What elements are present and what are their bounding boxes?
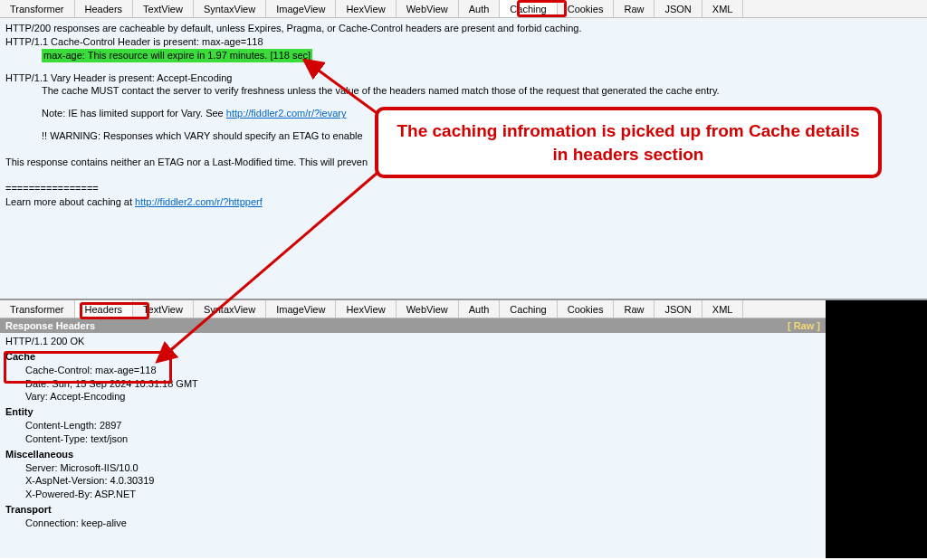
hdr-date: Date: Sun, 15 Sep 2024 10:31:18 GMT <box>5 377 820 391</box>
top-tab-bar: Transformer Headers TextView SyntaxView … <box>0 0 927 18</box>
hdr-connection: Connection: keep-alive <box>5 517 820 530</box>
tab-raw[interactable]: Raw <box>614 0 655 17</box>
hdr-content-length: Content-Length: 2897 <box>5 419 820 432</box>
tab2-cookies[interactable]: Cookies <box>558 300 615 318</box>
caching-divider: ================ <box>5 182 922 195</box>
tab2-auth[interactable]: Auth <box>459 300 501 318</box>
caching-green-highlight: max-age: This resource will expire in 1.… <box>42 49 312 62</box>
tab2-webview[interactable]: WebView <box>397 300 459 318</box>
tab-json[interactable]: JSON <box>655 0 702 17</box>
tab-syntaxview[interactable]: SyntaxView <box>194 0 266 17</box>
link-ievary[interactable]: http://fiddler2.com/r/?ievary <box>226 108 347 119</box>
tab-hexview[interactable]: HexView <box>336 0 396 17</box>
tab2-imageview[interactable]: ImageView <box>266 300 336 318</box>
caching-vary-line: HTTP/1.1 Vary Header is present: Accept-… <box>5 71 922 85</box>
group-transport: Transport <box>5 503 820 517</box>
caching-line-cc-header: HTTP/1.1 Cache-Control Header is present… <box>5 35 922 49</box>
tab2-hexview[interactable]: HexView <box>336 300 396 318</box>
response-headers-title: Response Headers <box>5 320 95 331</box>
tab2-xml[interactable]: XML <box>702 300 744 318</box>
tab2-textview[interactable]: TextView <box>133 300 194 318</box>
caching-vary-detail: The cache MUST contact the server to ver… <box>5 84 922 98</box>
tab-webview[interactable]: WebView <box>397 0 459 17</box>
hdr-powered-by: X-Powered-By: ASP.NET <box>5 488 820 501</box>
group-entity: Entity <box>5 405 820 419</box>
tab-auth[interactable]: Auth <box>459 0 501 17</box>
tab-xml[interactable]: XML <box>702 0 744 17</box>
response-headers-bar: Response Headers [ Raw ] <box>0 318 826 333</box>
group-misc: Miscellaneous <box>5 448 820 461</box>
tab-imageview[interactable]: ImageView <box>266 0 336 17</box>
bottom-left-pane: Transformer Headers TextView SyntaxView … <box>0 300 826 558</box>
hdr-aspnet-version: X-AspNet-Version: 4.0.30319 <box>5 474 820 488</box>
hdr-server: Server: Microsoft-IIS/10.0 <box>5 461 820 475</box>
bottom-right-black <box>826 300 927 558</box>
caching-line-default: HTTP/200 responses are cacheable by defa… <box>5 22 922 35</box>
group-cache: Cache <box>5 350 820 364</box>
caching-learn-more: Learn more about caching at http://fiddl… <box>5 195 922 209</box>
tab-transformer[interactable]: Transformer <box>0 0 75 17</box>
tab-caching[interactable]: Caching <box>500 0 557 17</box>
response-headers-body: HTTP/1.1 200 OK Cache Cache-Control: max… <box>0 333 826 536</box>
tab2-json[interactable]: JSON <box>655 300 702 318</box>
bottom-split: Transformer Headers TextView SyntaxView … <box>0 300 927 558</box>
tab2-syntaxview[interactable]: SyntaxView <box>194 300 266 318</box>
tab-headers[interactable]: Headers <box>75 0 134 17</box>
status-line: HTTP/1.1 200 OK <box>5 335 820 348</box>
raw-link[interactable]: [ Raw ] <box>788 320 820 331</box>
tab-textview[interactable]: TextView <box>133 0 194 17</box>
hdr-content-type: Content-Type: text/json <box>5 432 820 446</box>
tab2-caching[interactable]: Caching <box>500 300 557 318</box>
tab2-transformer[interactable]: Transformer <box>0 300 75 318</box>
link-httpperf[interactable]: http://fiddler2.com/r/?httpperf <box>135 196 263 207</box>
bottom-tab-bar: Transformer Headers TextView SyntaxView … <box>0 300 826 318</box>
hdr-cache-control: Cache-Control: max-age=118 <box>5 364 820 377</box>
tab-cookies[interactable]: Cookies <box>558 0 615 17</box>
hdr-vary: Vary: Accept-Encoding <box>5 390 820 403</box>
tab2-raw[interactable]: Raw <box>614 300 655 318</box>
tab2-headers[interactable]: Headers <box>75 300 134 318</box>
annotation-callout: The caching infromation is picked up fro… <box>375 107 882 178</box>
